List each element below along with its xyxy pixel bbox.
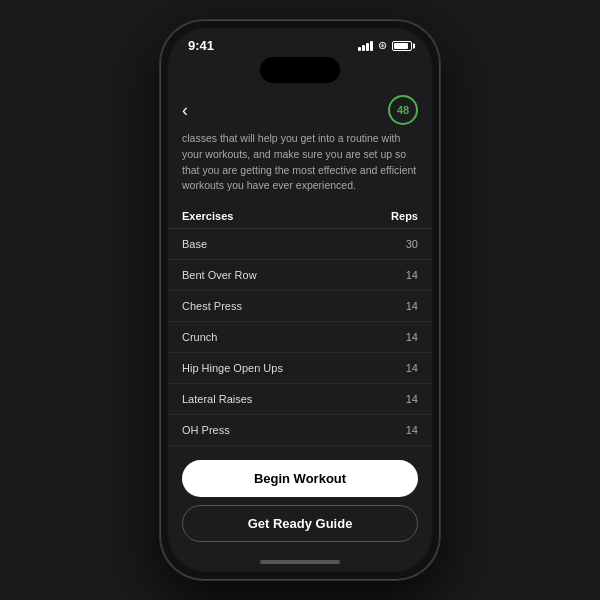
back-button[interactable]: ‹ [182, 100, 188, 121]
screen-content: ‹ 48 classes that will help you get into… [168, 89, 432, 572]
exercise-reps: 30 [406, 238, 418, 250]
exercise-name: Lateral Raises [182, 393, 252, 405]
exercise-name: OH Press [182, 424, 230, 436]
home-bar [260, 560, 340, 564]
exercise-row: Base 30 [168, 229, 432, 260]
home-indicator [168, 552, 432, 572]
exercise-name: Crunch [182, 331, 217, 343]
exercise-name: Bent Over Row [182, 269, 257, 281]
status-bar: 9:41 ⊛ [168, 28, 432, 57]
exercise-reps: 14 [406, 362, 418, 374]
battery-icon [392, 41, 412, 51]
exercises-column-label: Exercises [182, 210, 233, 222]
phone-screen: 9:41 ⊛ ‹ 48 [168, 28, 432, 572]
exercise-row: Bent Over Row 14 [168, 260, 432, 291]
exercise-row: Chest Press 14 [168, 291, 432, 322]
exercise-reps: 14 [406, 300, 418, 312]
begin-workout-button[interactable]: Begin Workout [182, 460, 418, 497]
reps-column-label: Reps [391, 210, 418, 222]
dynamic-island [260, 57, 340, 83]
exercise-row: Crunch 14 [168, 322, 432, 353]
exercises-table-header: Exercises Reps [168, 204, 432, 229]
status-time: 9:41 [188, 38, 214, 53]
exercise-row: OH Press 14 [168, 415, 432, 446]
description-text: classes that will help you get into a ro… [168, 129, 432, 204]
wifi-icon: ⊛ [378, 39, 387, 52]
exercise-name: Base [182, 238, 207, 250]
exercise-name: Hip Hinge Open Ups [182, 362, 283, 374]
exercise-reps: 14 [406, 424, 418, 436]
exercise-reps: 14 [406, 269, 418, 281]
nav-header: ‹ 48 [168, 89, 432, 129]
signal-icon [358, 41, 373, 51]
badge-circle: 48 [388, 95, 418, 125]
exercise-reps: 14 [406, 393, 418, 405]
exercise-row: Hip Hinge Open Ups 14 [168, 353, 432, 384]
exercise-list: Base 30 Bent Over Row 14 Chest Press 14 … [168, 229, 432, 452]
exercise-name: Chest Press [182, 300, 242, 312]
phone-frame: 9:41 ⊛ ‹ 48 [160, 20, 440, 580]
exercise-reps: 14 [406, 331, 418, 343]
badge-number: 48 [397, 104, 409, 116]
bottom-buttons: Begin Workout Get Ready Guide [168, 452, 432, 552]
exercise-row: Lateral Raises 14 [168, 384, 432, 415]
get-ready-guide-button[interactable]: Get Ready Guide [182, 505, 418, 542]
status-icons: ⊛ [358, 39, 412, 52]
